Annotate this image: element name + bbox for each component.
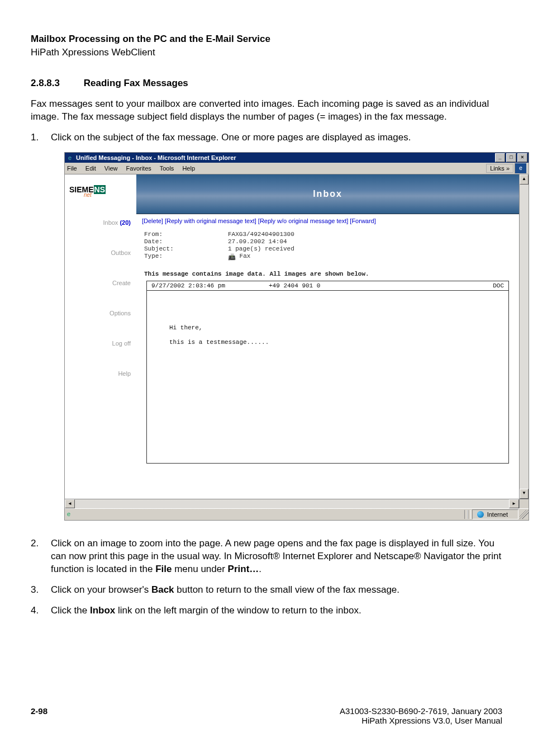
fax-line-1: Hi there, <box>169 324 486 331</box>
meta-date-label: Date: <box>144 238 228 245</box>
menu-bar: File Edit View Favorites Tools Help Link… <box>65 163 529 174</box>
fax-header-number: +49 2404 901 0 <box>269 282 459 289</box>
chapter-title: Mailbox Processing on the PC and the E-M… <box>31 34 502 45</box>
sidebar-item-options[interactable]: Options <box>67 310 131 316</box>
menu-view[interactable]: View <box>104 165 118 172</box>
sidebar-item-help[interactable]: Help <box>67 370 131 377</box>
vertical-scrollbar[interactable]: ▲ ▼ <box>519 174 529 499</box>
screenshot-window: e Unified Messaging - Inbox - Microsoft … <box>64 152 529 521</box>
horizontal-scrollbar[interactable]: ◄ ► <box>65 499 529 508</box>
scroll-down-button[interactable]: ▼ <box>520 489 529 499</box>
step-3-text: Click on your browser's Back button to r… <box>51 584 502 597</box>
step-1-index: 1. <box>31 131 51 144</box>
step-3-index: 3. <box>31 584 51 597</box>
image-data-note: This message contains image data. All im… <box>136 262 519 281</box>
sidebar-item-inbox[interactable]: Inbox (20) <box>67 219 131 226</box>
message-metadata: From: FAXG3/492404901300 Date: 27.09.200… <box>136 229 519 262</box>
meta-type-label: Type: <box>144 253 228 259</box>
menu-favorites[interactable]: Favorites <box>126 165 151 172</box>
sidebar-item-create[interactable]: Create <box>67 280 131 286</box>
menu-help[interactable]: Help <box>182 165 195 172</box>
section-number: 2.8.8.3 <box>31 78 81 89</box>
meta-from-value: FAXG3/492404901300 <box>228 231 511 238</box>
ie-icon: e <box>66 154 74 162</box>
message-action-links[interactable]: [Delete] [Reply with original message te… <box>142 218 376 224</box>
minimize-button[interactable]: _ <box>495 153 505 162</box>
intro-paragraph: Fax messages sent to your mailbox are co… <box>31 98 502 124</box>
meta-date-value: 27.09.2002 14:04 <box>228 238 511 245</box>
sidebar: SIEMENS net Inbox (20) Outbox Create Opt… <box>65 174 136 499</box>
fax-body: Hi there, this is a testmessage...... <box>147 291 508 379</box>
meta-subject-value: 1 page(s) received <box>228 245 511 252</box>
status-bar: e Internet <box>65 508 529 520</box>
fax-header-row: 9/27/2002 2:03:46 pm +49 2404 901 0 DOC <box>147 281 508 291</box>
footer-doc-id: A31003-S2330-B690-2-7619, January 2003 <box>340 706 502 716</box>
scroll-left-button[interactable]: ◄ <box>65 499 75 508</box>
window-titlebar: e Unified Messaging - Inbox - Microsoft … <box>65 153 529 163</box>
resize-grip[interactable] <box>520 510 529 519</box>
inbox-count: (20) <box>120 219 131 226</box>
security-zone-label: Internet <box>487 511 508 518</box>
section-title: Reading Fax Messages <box>84 78 188 88</box>
meta-subject-label: Subject: <box>144 245 228 252</box>
menu-tools[interactable]: Tools <box>160 165 174 172</box>
fax-header-date: 9/27/2002 2:03:46 pm <box>151 282 269 289</box>
links-dropdown[interactable]: Links » <box>486 164 513 173</box>
page-number: 2-98 <box>31 706 47 725</box>
step-1-text: Click on the subject of the fax message.… <box>51 131 502 144</box>
scroll-up-button[interactable]: ▲ <box>520 174 529 185</box>
ie-status-icon: e <box>67 511 75 518</box>
maximize-button[interactable]: □ <box>506 153 516 162</box>
window-title: Unified Messaging - Inbox - Microsoft In… <box>76 154 495 161</box>
inbox-banner: Inbox <box>136 174 519 214</box>
message-actions: [Delete] [Reply with original message te… <box>136 214 519 229</box>
close-button[interactable]: × <box>517 153 527 162</box>
security-zone: Internet <box>472 509 518 519</box>
menu-file[interactable]: File <box>67 165 77 172</box>
fax-header-doc: DOC <box>459 282 504 289</box>
scroll-right-button[interactable]: ► <box>509 499 519 508</box>
sidebar-item-outbox[interactable]: Outbox <box>67 249 131 256</box>
ie-throbber-icon: e <box>515 163 526 173</box>
page-footer: 2-98 A31003-S2330-B690-2-7619, January 2… <box>31 706 502 725</box>
footer-manual: HiPath Xpressions V3.0, User Manual <box>340 716 502 725</box>
step-2-text: Click on an image to zoom into the page.… <box>51 537 502 576</box>
step-4-index: 4. <box>31 604 51 617</box>
globe-icon <box>477 511 484 518</box>
meta-type-value: Fax <box>240 253 251 259</box>
step-4-text: Click the Inbox link on the left margin … <box>51 604 502 617</box>
sidebar-item-logoff[interactable]: Log off <box>67 340 131 347</box>
fax-page-thumbnail[interactable]: 9/27/2002 2:03:46 pm +49 2404 901 0 DOC … <box>146 281 509 464</box>
fax-icon: 📠 <box>228 253 235 259</box>
scroll-track-h[interactable] <box>75 499 509 508</box>
fax-line-2: this is a testmessage...... <box>169 339 486 346</box>
chapter-subtitle: HiPath Xpressions WebClient <box>31 47 502 58</box>
meta-from-label: From: <box>144 231 228 238</box>
section-heading: 2.8.8.3 Reading Fax Messages <box>31 78 502 89</box>
main-pane: Inbox [Delete] [Reply with original mess… <box>136 174 519 499</box>
menu-edit[interactable]: Edit <box>85 165 96 172</box>
step-2-index: 2. <box>31 537 51 576</box>
scroll-track-v[interactable] <box>520 185 529 489</box>
